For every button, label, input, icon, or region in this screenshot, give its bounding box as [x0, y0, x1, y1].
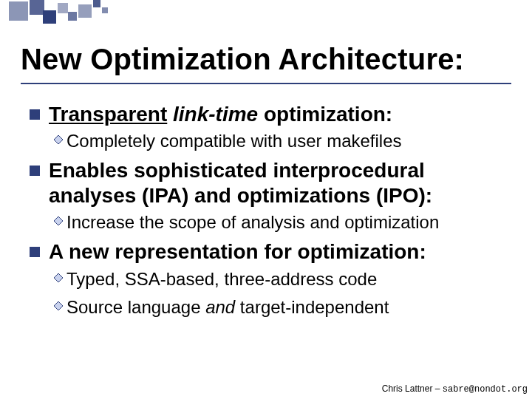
- bullet-text: A new representation for optimization:: [49, 239, 426, 265]
- bullet-level2: Typed, SSA-based, three-address code: [53, 268, 517, 290]
- square-bullet-icon: [30, 109, 40, 120]
- title-underline: [21, 83, 511, 84]
- svg-marker-1: [54, 216, 63, 225]
- subbullet-text: Increase the scope of analysis and optim…: [66, 211, 439, 233]
- subbullet-text: Completely compatible with user makefile…: [66, 130, 402, 152]
- square-bullet-icon: [30, 247, 40, 257]
- bullet-text: Enables sophisticated interprocedural an…: [49, 158, 517, 208]
- slide-title: New Optimization Architecture:: [21, 43, 464, 76]
- diamond-bullet-icon: [53, 273, 65, 283]
- slide-footer: Chris Lattner – sabre@nondot.org: [382, 383, 528, 395]
- bullet-level1: Enables sophisticated interprocedural an…: [30, 158, 517, 208]
- bullet-level2: Increase the scope of analysis and optim…: [53, 211, 517, 233]
- footer-author: Chris Lattner –: [382, 383, 443, 394]
- bullet-text: Transparent link-time optimization:: [49, 102, 392, 127]
- diamond-bullet-icon: [53, 301, 65, 311]
- svg-marker-0: [54, 135, 63, 144]
- bullet-level2: Source language and target-independent: [53, 296, 517, 318]
- subbullet-text: Source language and target-independent: [66, 296, 389, 318]
- bullet-level2: Completely compatible with user makefile…: [53, 130, 517, 152]
- subbullet-text: Typed, SSA-based, three-address code: [66, 268, 377, 290]
- footer-email: sabre@nondot.org: [443, 384, 528, 395]
- slide-body: Transparent link-time optimization: Comp…: [30, 98, 517, 324]
- svg-marker-3: [54, 301, 63, 310]
- diamond-bullet-icon: [53, 134, 65, 145]
- square-bullet-icon: [30, 166, 40, 176]
- header-decoration: [0, 0, 532, 25]
- diamond-bullet-icon: [53, 216, 65, 226]
- bullet-level1: Transparent link-time optimization:: [30, 102, 517, 127]
- bullet-level1: A new representation for optimization:: [30, 239, 517, 265]
- svg-marker-2: [54, 273, 63, 282]
